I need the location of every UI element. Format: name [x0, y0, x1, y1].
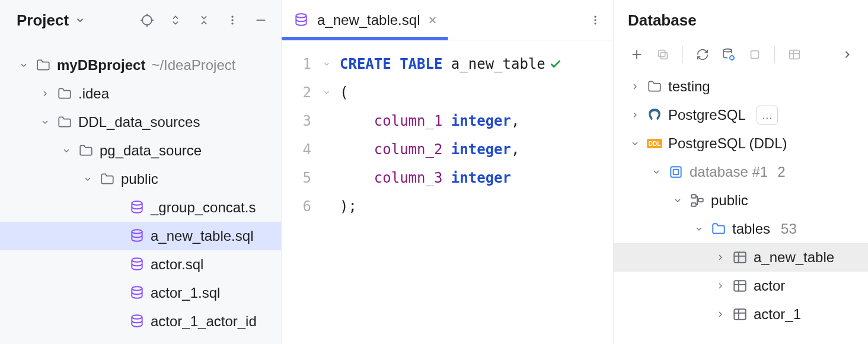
chevron-down-icon [75, 15, 85, 26]
chevron-right-icon[interactable] [714, 281, 726, 291]
file-name: actor_1.sql [151, 286, 220, 300]
database-icon [129, 285, 145, 301]
chevron-down-icon[interactable] [82, 174, 94, 184]
db-table-item[interactable]: a_new_table [614, 243, 868, 272]
refresh-icon[interactable] [695, 47, 710, 62]
chevron-right-icon[interactable] [714, 310, 726, 319]
svg-rect-32 [691, 195, 696, 198]
kebab-icon[interactable] [225, 13, 240, 27]
fold-handle[interactable] [317, 78, 336, 107]
chevron-right-icon[interactable] [629, 82, 641, 91]
database-icon [129, 200, 145, 215]
table-name: a_new_table [754, 249, 834, 266]
duplicate-icon[interactable] [655, 47, 671, 62]
folder-icon [57, 114, 72, 130]
tree-item-public[interactable]: public [0, 165, 281, 193]
root-path: ~/IdeaProject [151, 58, 235, 72]
code-editor[interactable]: 123456 CREATE TABLE a_new_table( column_… [282, 40, 613, 344]
db-label: tables [732, 221, 770, 237]
svg-point-6 [231, 19, 233, 21]
code-line[interactable]: ( [340, 78, 607, 107]
chevron-right-icon[interactable] [840, 47, 855, 62]
project-folder-icon [36, 58, 51, 73]
tree-item-ddl[interactable]: DDL_data_sources [0, 108, 281, 136]
svg-rect-35 [734, 252, 746, 262]
code-line[interactable]: ); [340, 192, 607, 221]
expand-icon[interactable] [168, 13, 183, 27]
chevron-down-icon[interactable] [672, 196, 684, 205]
svg-point-13 [132, 315, 142, 319]
minimize-icon[interactable] [254, 13, 268, 27]
db-item-postgres-ddl[interactable]: DDL PostgreSQL (DDL) [614, 129, 868, 158]
close-icon[interactable]: × [428, 12, 436, 28]
chevron-right-icon[interactable] [39, 89, 51, 98]
collapse-icon[interactable] [197, 13, 211, 27]
tree-item-file[interactable]: actor_1_actor_id [0, 307, 281, 336]
svg-point-16 [594, 19, 596, 21]
svg-text:DDL: DDL [649, 141, 661, 147]
chevron-down-icon[interactable] [693, 224, 705, 234]
separator [774, 46, 775, 63]
db-item-postgres[interactable]: PostgreSQL ... [614, 101, 868, 129]
tree-item-idea[interactable]: .idea [0, 79, 281, 108]
code-line[interactable]: column_3 integer [340, 164, 607, 192]
project-title: Project [17, 11, 69, 30]
db-item-public[interactable]: public [614, 186, 868, 215]
tree-item-pg[interactable]: pg_data_source [0, 136, 281, 165]
kebab-icon[interactable] [589, 14, 601, 26]
file-name: actor.sql [151, 257, 203, 272]
code-line[interactable]: column_2 integer, [340, 135, 607, 164]
database-settings-icon[interactable] [721, 47, 736, 62]
svg-rect-30 [671, 167, 681, 177]
tree-root[interactable]: myDBproject ~/IdeaProject [0, 51, 281, 79]
table-name: actor_1 [754, 306, 801, 323]
chevron-down-icon[interactable] [39, 117, 51, 127]
line-number: 2 [282, 78, 311, 107]
code-line[interactable]: column_1 integer, [340, 107, 607, 135]
separator [682, 46, 683, 63]
db-item-tables[interactable]: tables 53 [614, 215, 868, 243]
folder-icon [647, 79, 662, 94]
database-tree[interactable]: testing PostgreSQL ... DDL PostgreSQL (D… [614, 69, 868, 329]
target-icon[interactable] [140, 13, 154, 27]
tab-filename: a_new_table.sql [317, 12, 420, 28]
table-icon [732, 278, 748, 294]
chevron-down-icon[interactable] [60, 146, 72, 155]
database-icon [129, 314, 145, 329]
fold-handle[interactable] [317, 50, 336, 78]
stop-icon[interactable] [747, 47, 762, 62]
chevron-right-icon[interactable] [714, 253, 726, 262]
editor-tab[interactable]: a_new_table.sql × [293, 0, 436, 40]
chevron-right-icon[interactable] [629, 110, 641, 120]
project-tree[interactable]: myDBproject ~/IdeaProject .idea DDL_data… [0, 40, 281, 336]
chevron-down-icon[interactable] [18, 60, 30, 70]
tree-label: public [121, 172, 158, 186]
check-icon [549, 58, 562, 71]
tree-item-file[interactable]: actor.sql [0, 250, 281, 279]
tree-item-file[interactable]: actor_1.sql [0, 279, 281, 307]
db-table-item[interactable]: actor_1 [614, 300, 868, 329]
tree-item-file[interactable]: a_new_table.sql [0, 222, 281, 250]
db-item-testing[interactable]: testing [614, 72, 868, 101]
project-title-group[interactable]: Project [17, 11, 85, 30]
db-table-item[interactable]: actor [614, 272, 868, 300]
file-name: a_new_table.sql [151, 229, 253, 243]
code-line[interactable]: CREATE TABLE a_new_table [340, 50, 607, 78]
svg-point-11 [132, 258, 142, 262]
svg-point-5 [231, 16, 233, 18]
db-count: 2 [777, 164, 785, 180]
line-number: 5 [282, 164, 311, 192]
more-badge[interactable]: ... [757, 106, 778, 125]
chevron-down-icon[interactable] [650, 167, 662, 177]
add-icon[interactable] [629, 47, 644, 62]
code-area[interactable]: CREATE TABLE a_new_table( column_1 integ… [336, 40, 613, 344]
line-number: 6 [282, 192, 311, 221]
db-item-database1[interactable]: database #1 2 [614, 158, 868, 186]
table-name: actor [754, 278, 785, 294]
table-view-icon[interactable] [787, 47, 802, 62]
line-number: 3 [282, 107, 311, 135]
database-title: Database [614, 0, 868, 40]
chevron-down-icon[interactable] [629, 139, 641, 148]
tree-item-file[interactable]: _group_concat.s [0, 193, 281, 222]
line-gutter: 123456 [282, 40, 317, 344]
